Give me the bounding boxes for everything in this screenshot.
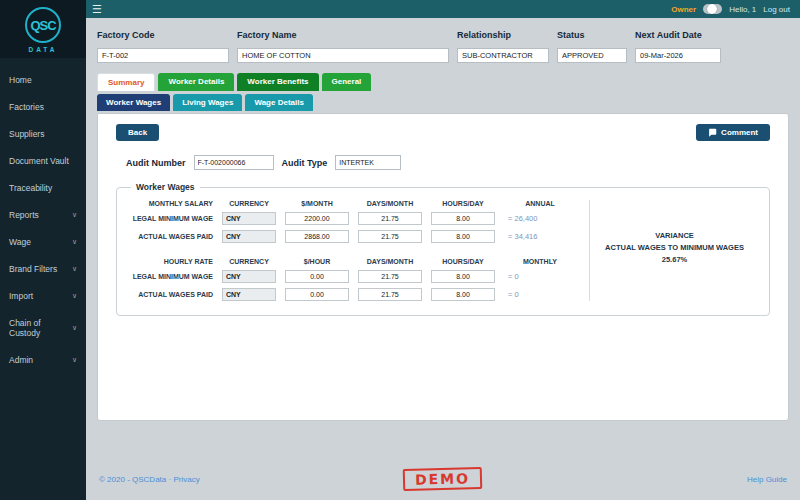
factory-name-label: Factory Name: [237, 30, 449, 40]
wage-tables: MONTHLY SALARY CURRENCY $/MONTH DAYS/MON…: [127, 200, 579, 301]
tab-bar: Summary Worker Details Worker Benefits G…: [97, 73, 789, 91]
status-label: Status: [557, 30, 627, 40]
tab-worker-details[interactable]: Worker Details: [158, 73, 234, 91]
monthly-actual-currency-input[interactable]: [222, 230, 276, 243]
chevron-down-icon: ∨: [72, 356, 77, 364]
sidebar-item-label: Chain of Custody: [9, 318, 68, 338]
audit-number-input[interactable]: [194, 155, 274, 170]
hourly-actual-hours-input[interactable]: [431, 288, 495, 301]
content-area: Factory Code Factory Name Relationship S…: [86, 18, 800, 500]
sidebar-item-traceability[interactable]: Traceability: [0, 174, 86, 201]
row-label-actual-wages-paid: ACTUAL WAGES PAID: [127, 291, 213, 298]
audit-info-row: Audit Number Audit Type: [116, 155, 770, 170]
theme-toggle[interactable]: [703, 4, 722, 14]
monthly-legal-currency-input[interactable]: [222, 212, 276, 225]
hourly-legal-hours-input[interactable]: [431, 270, 495, 283]
separator-dot: ·: [169, 475, 172, 484]
hourly-legal-days-input[interactable]: [358, 270, 422, 283]
column-header: ANNUAL: [504, 200, 576, 207]
user-role-label: Owner: [671, 5, 696, 14]
row-label-actual-wages-paid: ACTUAL WAGES PAID: [127, 233, 213, 240]
field-factory-code: Factory Code: [97, 30, 229, 63]
hourly-legal-amount-input[interactable]: [285, 270, 349, 283]
logout-link[interactable]: Log out: [763, 5, 790, 14]
relationship-input[interactable]: [457, 48, 549, 63]
sidebar-item-reports[interactable]: Reports ∨: [0, 201, 86, 228]
tab-general[interactable]: General: [322, 73, 372, 91]
sidebar-item-label: Import: [9, 291, 33, 301]
monthly-actual-hours-input[interactable]: [431, 230, 495, 243]
app-logo: QSC DATA: [0, 0, 86, 58]
relationship-label: Relationship: [457, 30, 549, 40]
chevron-down-icon: ∨: [72, 211, 77, 219]
worker-wages-fieldset: Worker Wages MONTHLY SALARY CURRENCY $/M…: [116, 182, 770, 316]
variance-value: 25.67%: [596, 254, 753, 266]
factory-code-label: Factory Code: [97, 30, 229, 40]
monthly-legal-amount-input[interactable]: [285, 212, 349, 225]
chevron-down-icon: ∨: [72, 265, 77, 273]
hourly-actual-monthly-total: = 0: [504, 290, 576, 299]
variance-subtitle: ACTUAL WAGES TO MINIMUM WAGES: [596, 242, 753, 254]
factory-code-input[interactable]: [97, 48, 229, 63]
column-header: HOURS/DAY: [431, 258, 495, 265]
field-status: Status: [557, 30, 627, 63]
sidebar-item-suppliers[interactable]: Suppliers: [0, 120, 86, 147]
sidebar-item-import[interactable]: Import ∨: [0, 282, 86, 309]
footer: © 2020 - QSCData · Privacy DEMO Help Gui…: [97, 452, 789, 500]
variance-panel: VARIANCE ACTUAL WAGES TO MINIMUM WAGES 2…: [589, 200, 759, 301]
sidebar-item-document-vault[interactable]: Document Vault: [0, 147, 86, 174]
hourly-legal-currency-input[interactable]: [222, 270, 276, 283]
monthly-actual-days-input[interactable]: [358, 230, 422, 243]
audit-type-input[interactable]: [335, 155, 401, 170]
footer-left: © 2020 - QSCData · Privacy: [99, 475, 403, 484]
tab-worker-benefits[interactable]: Worker Benefits: [237, 73, 318, 91]
hourly-actual-days-input[interactable]: [358, 288, 422, 301]
demo-watermark: DEMO: [403, 467, 483, 491]
main-area: ☰ Owner Hello, 1 Log out Factory Code Fa…: [86, 0, 800, 500]
field-next-audit-date: Next Audit Date: [635, 30, 721, 63]
greeting-link[interactable]: Hello, 1: [729, 5, 756, 14]
monthly-legal-days-input[interactable]: [358, 212, 422, 225]
sidebar-item-label: Traceability: [9, 183, 52, 193]
help-guide-link[interactable]: Help Guide: [747, 475, 787, 484]
sidebar-item-chain-of-custody[interactable]: Chain of Custody ∨: [0, 309, 86, 346]
column-header: MONTHLY: [504, 258, 576, 265]
hourly-legal-monthly-total: = 0: [504, 272, 576, 281]
subtab-wage-details[interactable]: Wage Details: [245, 94, 313, 111]
comment-button-label: Comment: [721, 128, 758, 137]
sidebar-item-label: Wage: [9, 237, 31, 247]
column-header: HOURS/DAY: [431, 200, 495, 207]
monthly-actual-amount-input[interactable]: [285, 230, 349, 243]
privacy-link[interactable]: Privacy: [173, 475, 199, 484]
back-button[interactable]: Back: [116, 124, 159, 141]
hamburger-menu-icon[interactable]: ☰: [92, 4, 102, 15]
sidebar-item-brand-filters[interactable]: Brand Filters ∨: [0, 255, 86, 282]
subtab-living-wages[interactable]: Living Wages: [173, 94, 242, 111]
sidebar-item-label: Suppliers: [9, 129, 44, 139]
toggle-knob-icon: [707, 4, 717, 14]
sidebar-item-label: Document Vault: [9, 156, 69, 166]
sidebar-item-wage[interactable]: Wage ∨: [0, 228, 86, 255]
hourly-rate-table: HOURLY RATE CURRENCY $/HOUR DAYS/MONTH H…: [127, 258, 579, 301]
sidebar-item-home[interactable]: Home: [0, 66, 86, 93]
hourly-actual-amount-input[interactable]: [285, 288, 349, 301]
sidebar-item-label: Factories: [9, 102, 44, 112]
monthly-legal-hours-input[interactable]: [431, 212, 495, 225]
next-audit-date-input[interactable]: [635, 48, 721, 63]
sidebar-item-admin[interactable]: Admin ∨: [0, 346, 86, 373]
column-header: DAYS/MONTH: [358, 258, 422, 265]
status-input[interactable]: [557, 48, 627, 63]
chevron-down-icon: ∨: [72, 324, 77, 332]
tab-summary[interactable]: Summary: [97, 73, 155, 91]
column-header: DAYS/MONTH: [358, 200, 422, 207]
sidebar-item-label: Reports: [9, 210, 39, 220]
factory-name-input[interactable]: [237, 48, 449, 63]
column-header: HOURLY RATE: [127, 258, 213, 265]
sidebar-item-factories[interactable]: Factories: [0, 93, 86, 120]
chevron-down-icon: ∨: [72, 238, 77, 246]
wages-body: MONTHLY SALARY CURRENCY $/MONTH DAYS/MON…: [127, 200, 759, 301]
field-factory-name: Factory Name: [237, 30, 449, 63]
subtab-worker-wages[interactable]: Worker Wages: [97, 94, 170, 111]
hourly-actual-currency-input[interactable]: [222, 288, 276, 301]
comment-button[interactable]: Comment: [696, 124, 770, 141]
